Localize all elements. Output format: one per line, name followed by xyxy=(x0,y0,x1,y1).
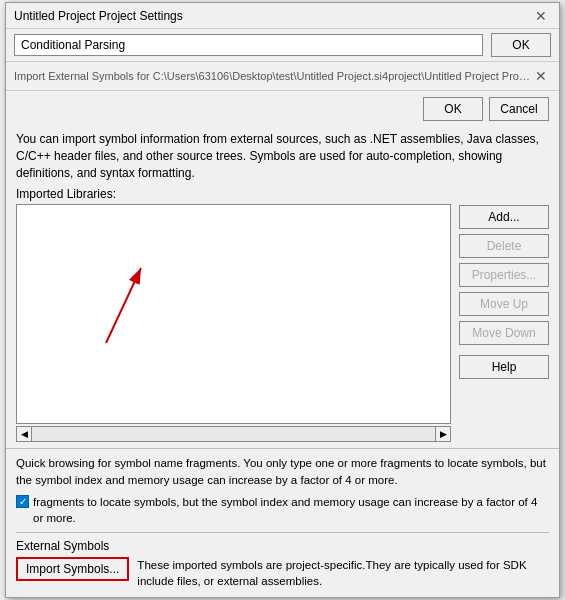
side-buttons-col: Add... Delete Properties... Move Up Move… xyxy=(459,205,549,379)
import-header-close-button[interactable]: ✕ xyxy=(531,66,551,86)
cond-parsing-bar: Conditional Parsing OK xyxy=(6,29,559,62)
properties-button[interactable]: Properties... xyxy=(459,263,549,287)
help-button[interactable]: Help xyxy=(459,355,549,379)
horizontal-scrollbar: ◀ ▶ xyxy=(16,426,451,442)
title-bar-close-button[interactable]: ✕ xyxy=(531,6,551,26)
list-label: Imported Libraries: xyxy=(16,187,451,201)
cond-parsing-label: Conditional Parsing xyxy=(14,34,483,56)
title-bar: Untitled Project Project Settings ✕ xyxy=(6,3,559,29)
main-action-buttons: OK Cancel xyxy=(6,91,559,121)
imported-libraries-listbox[interactable] xyxy=(16,204,451,424)
checkbox-label: fragments to locate symbols, but the sym… xyxy=(33,494,549,526)
ok-button[interactable]: OK xyxy=(423,97,483,121)
external-row: Import Symbols... These imported symbols… xyxy=(16,557,549,589)
content-row: Imported Libraries: ◀ ▶ Add... Delete Pr… xyxy=(16,187,549,442)
title-bar-text: Untitled Project Project Settings xyxy=(14,9,183,23)
delete-button[interactable]: Delete xyxy=(459,234,549,258)
checkbox-row: ✓ fragments to locate symbols, but the s… xyxy=(16,494,549,526)
scroll-right-button[interactable]: ▶ xyxy=(435,426,451,442)
add-button[interactable]: Add... xyxy=(459,205,549,229)
list-section: Imported Libraries: ◀ ▶ xyxy=(16,187,451,442)
import-header: Import External Symbols for C:\Users\631… xyxy=(6,62,559,91)
main-content: You can import symbol information from e… xyxy=(6,121,559,448)
list-box-inner xyxy=(17,205,450,423)
dialog-container: Untitled Project Project Settings ✕ Cond… xyxy=(5,2,560,598)
description-text: You can import symbol information from e… xyxy=(16,131,549,181)
move-up-button[interactable]: Move Up xyxy=(459,292,549,316)
external-symbols-label: External Symbols xyxy=(16,539,549,553)
fragment-checkbox[interactable]: ✓ xyxy=(16,495,29,508)
scroll-left-button[interactable]: ◀ xyxy=(16,426,32,442)
divider xyxy=(16,532,549,533)
quick-browse-text: Quick browsing for symbol name fragments… xyxy=(16,455,549,487)
bottom-section: Quick browsing for symbol name fragments… xyxy=(6,448,559,597)
import-header-text: Import External Symbols for C:\Users\631… xyxy=(14,70,531,82)
move-down-button[interactable]: Move Down xyxy=(459,321,549,345)
cond-parsing-ok-button[interactable]: OK xyxy=(491,33,551,57)
scroll-track xyxy=(32,426,435,442)
external-desc: These imported symbols are project-speci… xyxy=(137,557,549,589)
cancel-button[interactable]: Cancel xyxy=(489,97,549,121)
import-symbols-button[interactable]: Import Symbols... xyxy=(16,557,129,581)
